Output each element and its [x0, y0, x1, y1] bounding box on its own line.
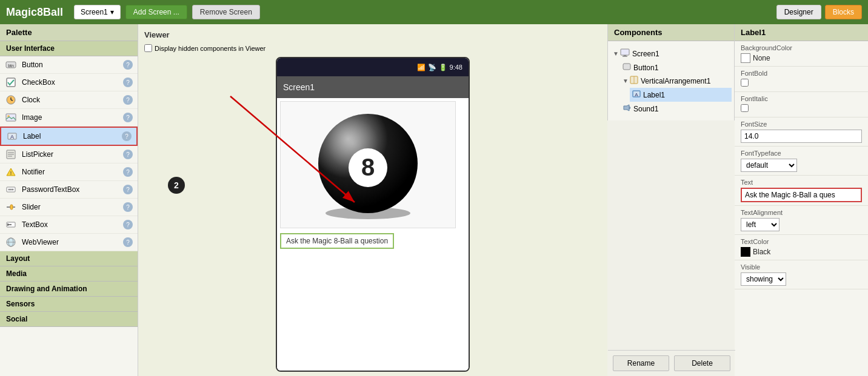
- listpicker-help[interactable]: ?: [123, 150, 133, 159]
- palette-item-checkbox[interactable]: CheckBox ?: [0, 74, 138, 91]
- visible-select[interactable]: showing hidden: [741, 272, 786, 286]
- screen1-label: Screen1: [632, 50, 659, 58]
- slider-help[interactable]: ?: [123, 202, 133, 212]
- add-screen-button[interactable]: Add Screen ...: [125, 5, 187, 19]
- components-panel: Components ▼ Screen1 Button1: [607, 24, 735, 120]
- svg-rect-6: [6, 114, 16, 121]
- expand-va[interactable]: ▼: [623, 78, 629, 84]
- annotation-2: 2: [168, 177, 185, 194]
- tree-button1[interactable]: Button1: [620, 61, 732, 74]
- expand-screen1[interactable]: ▼: [613, 50, 619, 57]
- text-label: Text: [741, 179, 862, 186]
- display-hidden-checkbox-row[interactable]: Display hidden components in Viewer: [144, 44, 601, 52]
- rename-button[interactable]: Rename: [613, 355, 669, 371]
- checkbox-label: CheckBox: [22, 78, 123, 87]
- phone-titlebar: Screen1: [277, 76, 469, 98]
- screen-name: Screen1: [283, 82, 315, 92]
- svg-point-19: [12, 189, 14, 191]
- section-social[interactable]: Social: [0, 312, 138, 327]
- fontsize-input[interactable]: [741, 130, 862, 143]
- designer-button[interactable]: Designer: [776, 5, 821, 19]
- svg-text:A: A: [10, 134, 14, 140]
- palette-item-webviewer[interactable]: WebViewer ?: [0, 234, 138, 251]
- svg-text:!: !: [10, 170, 12, 176]
- section-media[interactable]: Media: [0, 266, 138, 282]
- textcolor-label: TextColor: [741, 238, 862, 245]
- prop-visible: Visible showing hidden: [735, 260, 868, 289]
- prop-textalignment: TextAlignment left center right: [735, 206, 868, 235]
- palette-item-label[interactable]: A Label ?: [0, 127, 138, 146]
- properties-title: Label1: [735, 24, 868, 41]
- svg-rect-38: [623, 64, 630, 70]
- backgroundcolor-swatch: [741, 53, 750, 63]
- label-icon: A: [6, 130, 18, 142]
- tree-sound1[interactable]: Sound1: [620, 102, 732, 116]
- notifier-icon: !: [5, 166, 17, 178]
- image-help[interactable]: ?: [123, 113, 133, 122]
- fontitalic-checkbox[interactable]: [741, 104, 749, 112]
- palette-item-notifier[interactable]: ! Notifier ?: [0, 163, 138, 181]
- webviewer-help[interactable]: ?: [123, 237, 133, 247]
- backgroundcolor-label: BackgroundColor: [741, 44, 862, 51]
- listpicker-icon: [5, 148, 17, 160]
- screen1-button[interactable]: Screen1 ▾: [74, 5, 121, 19]
- slider-label: Slider: [22, 203, 123, 211]
- notifier-help[interactable]: ?: [123, 167, 133, 177]
- wifi-icon: 📶: [417, 64, 426, 71]
- image-label: Image: [22, 113, 123, 122]
- passwordtextbox-label: PasswordTextBox: [22, 185, 123, 194]
- textbox-icon: [5, 219, 17, 231]
- signal-icon: 📡: [428, 64, 436, 71]
- tree-screen1[interactable]: ▼ Screen1: [610, 46, 732, 61]
- section-drawing-animation[interactable]: Drawing and Animation: [0, 282, 138, 297]
- palette-item-passwordtextbox[interactable]: PasswordTextBox ?: [0, 181, 138, 199]
- fontbold-label: FontBold: [741, 70, 862, 77]
- textalignment-label: TextAlignment: [741, 209, 862, 216]
- svg-rect-35: [621, 49, 629, 55]
- text-input[interactable]: [741, 188, 862, 202]
- components-title: Components: [608, 24, 734, 41]
- prop-fontbold: FontBold: [735, 67, 868, 92]
- palette-item-image[interactable]: Image ?: [0, 109, 138, 127]
- label-help[interactable]: ?: [122, 131, 132, 141]
- section-layout[interactable]: Layout: [0, 251, 138, 266]
- button-help[interactable]: ?: [123, 60, 133, 70]
- textalignment-select[interactable]: left center right: [741, 218, 780, 231]
- palette-item-listpicker[interactable]: ListPicker ?: [0, 146, 138, 163]
- tree-label1[interactable]: A Label1: [630, 88, 732, 102]
- backgroundcolor-value: None: [753, 54, 770, 62]
- section-sensors[interactable]: Sensors: [0, 297, 138, 312]
- fonttypeface-select[interactable]: default serif monospace: [741, 159, 797, 172]
- section-user-interface[interactable]: User Interface: [0, 41, 138, 56]
- delete-button[interactable]: Delete: [674, 355, 730, 371]
- clock-help[interactable]: ?: [123, 95, 133, 105]
- prop-fonttypeface: FontTypeface default serif monospace: [735, 147, 868, 176]
- notifier-label: Notifier: [22, 168, 123, 176]
- clock-icon: [5, 94, 17, 106]
- checkbox-help[interactable]: ?: [123, 78, 133, 87]
- tree-vertical-arrangement[interactable]: ▼ VerticalArrangement1: [620, 74, 732, 88]
- sound1-icon: [623, 104, 631, 114]
- prop-textcolor: TextColor Black: [735, 235, 868, 260]
- palette-item-button[interactable]: btn Button ?: [0, 56, 138, 74]
- fontbold-checkbox[interactable]: [741, 79, 749, 87]
- header-right: Designer Blocks: [776, 5, 862, 19]
- label1-icon: A: [632, 90, 641, 100]
- remove-screen-button[interactable]: Remove Screen: [192, 5, 260, 19]
- textbox-help[interactable]: ?: [123, 220, 133, 229]
- fontitalic-label: FontItalic: [741, 95, 862, 102]
- palette-item-slider[interactable]: Slider ?: [0, 199, 138, 216]
- svg-marker-43: [624, 105, 629, 111]
- display-hidden-checkbox[interactable]: [144, 44, 152, 52]
- webviewer-icon: [5, 236, 17, 248]
- svg-text:btn: btn: [8, 64, 14, 68]
- palette-panel: Palette User Interface btn Button ? Chec…: [0, 24, 138, 376]
- blocks-button[interactable]: Blocks: [825, 5, 862, 19]
- passwordtextbox-help[interactable]: ?: [123, 185, 133, 194]
- phone-frame: 📶 📡 🔋 9:48 Screen1: [276, 57, 470, 372]
- checkbox-icon: [5, 76, 17, 88]
- textbox-label: TextBox: [22, 220, 123, 229]
- palette-item-clock[interactable]: Clock ?: [0, 91, 138, 109]
- header: Magic8Ball Screen1 ▾ Add Screen ... Remo…: [0, 0, 868, 24]
- palette-item-textbox[interactable]: TextBox ?: [0, 216, 138, 234]
